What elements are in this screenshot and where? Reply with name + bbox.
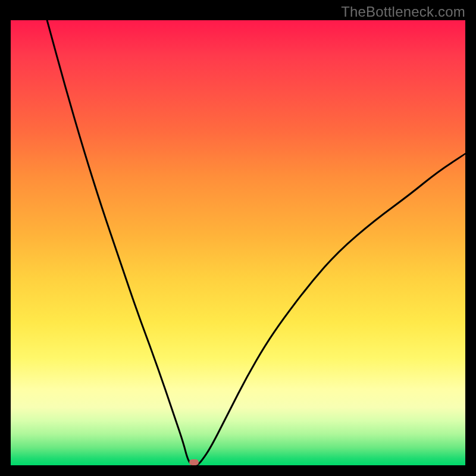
chart-frame	[11, 20, 465, 465]
watermark-text: TheBottleneck.com	[341, 4, 465, 20]
minimum-marker	[189, 459, 199, 465]
plot-area	[11, 20, 465, 465]
bottleneck-curve	[11, 20, 465, 465]
